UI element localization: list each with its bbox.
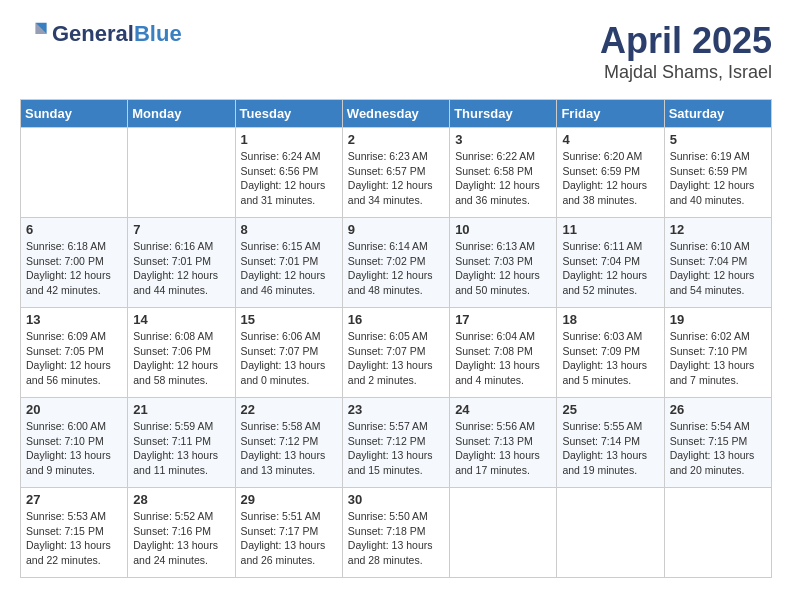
day-number: 18 bbox=[562, 312, 658, 327]
calendar-cell: 15Sunrise: 6:06 AM Sunset: 7:07 PM Dayli… bbox=[235, 308, 342, 398]
day-number: 5 bbox=[670, 132, 766, 147]
day-number: 11 bbox=[562, 222, 658, 237]
calendar-week-1: 1Sunrise: 6:24 AM Sunset: 6:56 PM Daylig… bbox=[21, 128, 772, 218]
day-number: 19 bbox=[670, 312, 766, 327]
day-info: Sunrise: 5:57 AM Sunset: 7:12 PM Dayligh… bbox=[348, 419, 444, 478]
calendar-cell: 24Sunrise: 5:56 AM Sunset: 7:13 PM Dayli… bbox=[450, 398, 557, 488]
day-info: Sunrise: 5:51 AM Sunset: 7:17 PM Dayligh… bbox=[241, 509, 337, 568]
calendar-cell bbox=[664, 488, 771, 578]
calendar-week-3: 13Sunrise: 6:09 AM Sunset: 7:05 PM Dayli… bbox=[21, 308, 772, 398]
day-number: 6 bbox=[26, 222, 122, 237]
calendar-week-2: 6Sunrise: 6:18 AM Sunset: 7:00 PM Daylig… bbox=[21, 218, 772, 308]
day-number: 7 bbox=[133, 222, 229, 237]
day-number: 4 bbox=[562, 132, 658, 147]
calendar-cell: 4Sunrise: 6:20 AM Sunset: 6:59 PM Daylig… bbox=[557, 128, 664, 218]
calendar-cell: 13Sunrise: 6:09 AM Sunset: 7:05 PM Dayli… bbox=[21, 308, 128, 398]
calendar-cell: 27Sunrise: 5:53 AM Sunset: 7:15 PM Dayli… bbox=[21, 488, 128, 578]
day-info: Sunrise: 5:50 AM Sunset: 7:18 PM Dayligh… bbox=[348, 509, 444, 568]
calendar-cell: 16Sunrise: 6:05 AM Sunset: 7:07 PM Dayli… bbox=[342, 308, 449, 398]
calendar-cell bbox=[128, 128, 235, 218]
month-title: April 2025 bbox=[600, 20, 772, 62]
day-info: Sunrise: 6:08 AM Sunset: 7:06 PM Dayligh… bbox=[133, 329, 229, 388]
day-info: Sunrise: 6:00 AM Sunset: 7:10 PM Dayligh… bbox=[26, 419, 122, 478]
day-number: 3 bbox=[455, 132, 551, 147]
calendar-cell: 21Sunrise: 5:59 AM Sunset: 7:11 PM Dayli… bbox=[128, 398, 235, 488]
calendar-cell: 5Sunrise: 6:19 AM Sunset: 6:59 PM Daylig… bbox=[664, 128, 771, 218]
day-number: 16 bbox=[348, 312, 444, 327]
calendar-table: SundayMondayTuesdayWednesdayThursdayFrid… bbox=[20, 99, 772, 578]
day-number: 14 bbox=[133, 312, 229, 327]
calendar-cell: 11Sunrise: 6:11 AM Sunset: 7:04 PM Dayli… bbox=[557, 218, 664, 308]
day-number: 27 bbox=[26, 492, 122, 507]
day-info: Sunrise: 5:54 AM Sunset: 7:15 PM Dayligh… bbox=[670, 419, 766, 478]
calendar-week-5: 27Sunrise: 5:53 AM Sunset: 7:15 PM Dayli… bbox=[21, 488, 772, 578]
day-number: 8 bbox=[241, 222, 337, 237]
day-info: Sunrise: 5:55 AM Sunset: 7:14 PM Dayligh… bbox=[562, 419, 658, 478]
header-cell-saturday: Saturday bbox=[664, 100, 771, 128]
calendar-cell: 3Sunrise: 6:22 AM Sunset: 6:58 PM Daylig… bbox=[450, 128, 557, 218]
day-info: Sunrise: 6:24 AM Sunset: 6:56 PM Dayligh… bbox=[241, 149, 337, 208]
day-info: Sunrise: 6:16 AM Sunset: 7:01 PM Dayligh… bbox=[133, 239, 229, 298]
day-number: 26 bbox=[670, 402, 766, 417]
day-number: 25 bbox=[562, 402, 658, 417]
day-info: Sunrise: 6:11 AM Sunset: 7:04 PM Dayligh… bbox=[562, 239, 658, 298]
day-info: Sunrise: 5:59 AM Sunset: 7:11 PM Dayligh… bbox=[133, 419, 229, 478]
calendar-cell: 30Sunrise: 5:50 AM Sunset: 7:18 PM Dayli… bbox=[342, 488, 449, 578]
calendar-cell: 2Sunrise: 6:23 AM Sunset: 6:57 PM Daylig… bbox=[342, 128, 449, 218]
calendar-cell: 10Sunrise: 6:13 AM Sunset: 7:03 PM Dayli… bbox=[450, 218, 557, 308]
day-info: Sunrise: 6:19 AM Sunset: 6:59 PM Dayligh… bbox=[670, 149, 766, 208]
day-number: 9 bbox=[348, 222, 444, 237]
calendar-header-row: SundayMondayTuesdayWednesdayThursdayFrid… bbox=[21, 100, 772, 128]
day-number: 13 bbox=[26, 312, 122, 327]
day-number: 23 bbox=[348, 402, 444, 417]
logo: GeneralBlue bbox=[20, 20, 182, 48]
day-info: Sunrise: 5:52 AM Sunset: 7:16 PM Dayligh… bbox=[133, 509, 229, 568]
calendar-cell: 25Sunrise: 5:55 AM Sunset: 7:14 PM Dayli… bbox=[557, 398, 664, 488]
day-info: Sunrise: 6:10 AM Sunset: 7:04 PM Dayligh… bbox=[670, 239, 766, 298]
header-cell-sunday: Sunday bbox=[21, 100, 128, 128]
day-info: Sunrise: 6:05 AM Sunset: 7:07 PM Dayligh… bbox=[348, 329, 444, 388]
calendar-cell: 28Sunrise: 5:52 AM Sunset: 7:16 PM Dayli… bbox=[128, 488, 235, 578]
calendar-cell: 17Sunrise: 6:04 AM Sunset: 7:08 PM Dayli… bbox=[450, 308, 557, 398]
calendar-cell: 8Sunrise: 6:15 AM Sunset: 7:01 PM Daylig… bbox=[235, 218, 342, 308]
calendar-cell: 26Sunrise: 5:54 AM Sunset: 7:15 PM Dayli… bbox=[664, 398, 771, 488]
day-number: 21 bbox=[133, 402, 229, 417]
title-area: April 2025 Majdal Shams, Israel bbox=[600, 20, 772, 83]
calendar-cell bbox=[450, 488, 557, 578]
day-number: 12 bbox=[670, 222, 766, 237]
day-number: 20 bbox=[26, 402, 122, 417]
calendar-cell: 6Sunrise: 6:18 AM Sunset: 7:00 PM Daylig… bbox=[21, 218, 128, 308]
day-number: 1 bbox=[241, 132, 337, 147]
calendar-cell: 14Sunrise: 6:08 AM Sunset: 7:06 PM Dayli… bbox=[128, 308, 235, 398]
header-cell-wednesday: Wednesday bbox=[342, 100, 449, 128]
calendar-cell: 18Sunrise: 6:03 AM Sunset: 7:09 PM Dayli… bbox=[557, 308, 664, 398]
day-number: 2 bbox=[348, 132, 444, 147]
header-cell-thursday: Thursday bbox=[450, 100, 557, 128]
calendar-cell: 12Sunrise: 6:10 AM Sunset: 7:04 PM Dayli… bbox=[664, 218, 771, 308]
header-cell-friday: Friday bbox=[557, 100, 664, 128]
day-info: Sunrise: 5:56 AM Sunset: 7:13 PM Dayligh… bbox=[455, 419, 551, 478]
day-info: Sunrise: 6:04 AM Sunset: 7:08 PM Dayligh… bbox=[455, 329, 551, 388]
day-info: Sunrise: 5:53 AM Sunset: 7:15 PM Dayligh… bbox=[26, 509, 122, 568]
day-info: Sunrise: 6:13 AM Sunset: 7:03 PM Dayligh… bbox=[455, 239, 551, 298]
logo-icon bbox=[20, 20, 48, 48]
calendar-cell: 23Sunrise: 5:57 AM Sunset: 7:12 PM Dayli… bbox=[342, 398, 449, 488]
header: GeneralBlue April 2025 Majdal Shams, Isr… bbox=[20, 20, 772, 83]
calendar-cell: 1Sunrise: 6:24 AM Sunset: 6:56 PM Daylig… bbox=[235, 128, 342, 218]
day-info: Sunrise: 6:09 AM Sunset: 7:05 PM Dayligh… bbox=[26, 329, 122, 388]
location-title: Majdal Shams, Israel bbox=[600, 62, 772, 83]
calendar-cell: 19Sunrise: 6:02 AM Sunset: 7:10 PM Dayli… bbox=[664, 308, 771, 398]
calendar-cell: 20Sunrise: 6:00 AM Sunset: 7:10 PM Dayli… bbox=[21, 398, 128, 488]
calendar-cell bbox=[557, 488, 664, 578]
day-info: Sunrise: 5:58 AM Sunset: 7:12 PM Dayligh… bbox=[241, 419, 337, 478]
day-info: Sunrise: 6:02 AM Sunset: 7:10 PM Dayligh… bbox=[670, 329, 766, 388]
header-cell-tuesday: Tuesday bbox=[235, 100, 342, 128]
day-number: 10 bbox=[455, 222, 551, 237]
calendar-cell: 9Sunrise: 6:14 AM Sunset: 7:02 PM Daylig… bbox=[342, 218, 449, 308]
logo-blue: Blue bbox=[134, 21, 182, 46]
logo-general: General bbox=[52, 21, 134, 46]
day-number: 28 bbox=[133, 492, 229, 507]
calendar-week-4: 20Sunrise: 6:00 AM Sunset: 7:10 PM Dayli… bbox=[21, 398, 772, 488]
calendar-cell: 7Sunrise: 6:16 AM Sunset: 7:01 PM Daylig… bbox=[128, 218, 235, 308]
calendar-cell: 29Sunrise: 5:51 AM Sunset: 7:17 PM Dayli… bbox=[235, 488, 342, 578]
